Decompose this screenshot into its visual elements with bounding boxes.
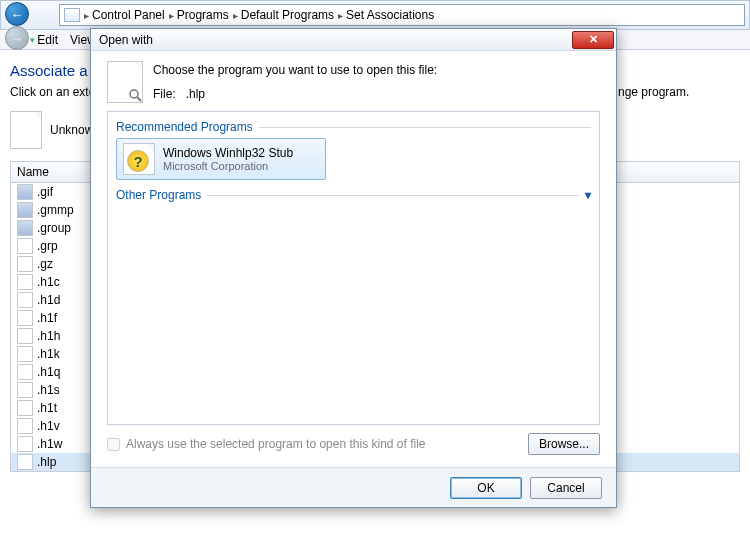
selected-file-label: Unknow: [50, 123, 93, 137]
crumb[interactable]: Set Associations: [346, 8, 434, 22]
file-icon: [107, 61, 143, 103]
ext-cell: .h1c: [37, 275, 60, 289]
always-use-check-input: [107, 438, 120, 451]
file-label: File:: [153, 87, 176, 101]
ext-cell: .h1v: [37, 419, 60, 433]
ext-cell: .h1w: [37, 437, 62, 451]
close-button[interactable]: ✕: [572, 31, 614, 49]
ext-cell: .h1t: [37, 401, 57, 415]
open-with-dialog: Open with ✕ Choose the program you want …: [90, 28, 617, 508]
ok-button[interactable]: OK: [450, 477, 522, 499]
ext-cell: .h1s: [37, 383, 60, 397]
other-programs-header[interactable]: Other Programs ▾: [116, 188, 591, 202]
programs-group: Recommended Programs ? Windows Winhlp32 …: [107, 111, 600, 425]
filetype-icon: [17, 346, 33, 362]
filetype-icon: [17, 418, 33, 434]
file-extension: .hlp: [186, 87, 205, 101]
ext-cell: .grp: [37, 239, 58, 253]
filetype-icon: [17, 220, 33, 236]
ext-cell: .hlp: [37, 455, 56, 469]
ext-cell: .h1d: [37, 293, 60, 307]
nav-buttons: ← → ▾: [5, 2, 55, 28]
svg-line-1: [137, 97, 141, 101]
program-vendor: Microsoft Corporation: [163, 160, 293, 172]
filetype-icon: [17, 328, 33, 344]
filetype-icon: [17, 310, 33, 326]
filetype-icon: [17, 454, 33, 470]
ext-cell: .h1q: [37, 365, 60, 379]
ext-cell: .h1f: [37, 311, 57, 325]
crumb[interactable]: Programs: [177, 8, 229, 22]
dialog-prompt: Choose the program you want to use to op…: [153, 61, 437, 79]
search-icon: [128, 88, 144, 104]
chevron-right-icon: ▸: [338, 10, 343, 21]
always-use-checkbox: Always use the selected program to open …: [107, 437, 426, 451]
help-file-icon: ?: [123, 143, 155, 175]
filetype-icon: [17, 256, 33, 272]
ext-cell: .group: [37, 221, 71, 235]
filetype-icon: [17, 274, 33, 290]
ext-cell: .gmmp: [37, 203, 74, 217]
chevron-right-icon: ▸: [84, 10, 89, 21]
recommended-header: Recommended Programs: [116, 120, 591, 134]
program-item[interactable]: ? Windows Winhlp32 Stub Microsoft Corpor…: [116, 138, 326, 180]
ext-cell: .h1k: [37, 347, 60, 361]
chevron-right-icon: ▸: [169, 10, 174, 21]
filetype-icon: [17, 202, 33, 218]
nav-history-drop-icon[interactable]: ▾: [30, 35, 35, 45]
address-bar[interactable]: ▸Control Panel ▸Programs ▸Default Progra…: [59, 4, 745, 26]
dialog-titlebar[interactable]: Open with ✕: [91, 29, 616, 51]
ext-cell: .gif: [37, 185, 53, 199]
filetype-icon: [17, 382, 33, 398]
menu-edit[interactable]: Edit: [37, 33, 58, 47]
chevron-down-icon: ▾: [585, 188, 591, 202]
address-bar-row: ← → ▾ ▸Control Panel ▸Programs ▸Default …: [0, 0, 750, 30]
chevron-right-icon: ▸: [233, 10, 238, 21]
filetype-icon: [17, 436, 33, 452]
filetype-icon: [17, 400, 33, 416]
browse-button[interactable]: Browse...: [528, 433, 600, 455]
crumb[interactable]: Default Programs: [241, 8, 334, 22]
filetype-icon: [17, 292, 33, 308]
filetype-icon: [17, 184, 33, 200]
ext-cell: .h1h: [37, 329, 60, 343]
program-name: Windows Winhlp32 Stub: [163, 146, 293, 160]
cancel-button[interactable]: Cancel: [530, 477, 602, 499]
folder-icon: [64, 8, 80, 22]
filetype-icon: [17, 238, 33, 254]
dialog-title-text: Open with: [99, 33, 153, 47]
svg-point-0: [130, 90, 138, 98]
file-icon: [10, 111, 42, 149]
filetype-icon: [17, 364, 33, 380]
forward-button[interactable]: →: [5, 26, 29, 50]
crumb[interactable]: Control Panel: [92, 8, 165, 22]
ext-cell: .gz: [37, 257, 53, 271]
back-button[interactable]: ←: [5, 2, 29, 26]
dialog-footer: OK Cancel: [91, 467, 616, 507]
